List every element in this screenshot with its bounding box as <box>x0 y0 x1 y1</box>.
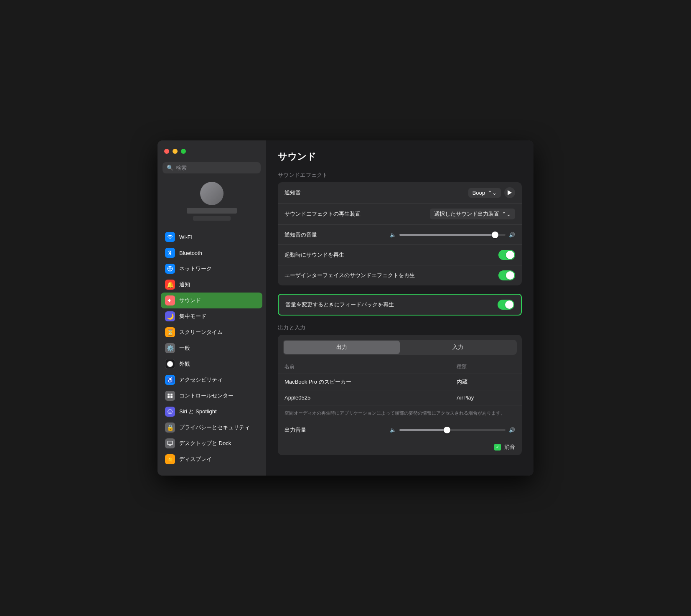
sidebar-section: Wi-Fi Bluetooth ネットワーク 🔔 通知 <box>158 227 266 469</box>
sidebar-item-label: 集中モード <box>179 313 206 320</box>
sidebar-item-label: 外観 <box>179 360 190 368</box>
col-type-header: 種類 <box>457 363 515 370</box>
svg-rect-3 <box>168 396 170 398</box>
spatial-audio-note: 空間オーディオの再生時にアプリケーションによって頭部の姿勢の情報にアクセスされる… <box>278 405 522 421</box>
sidebar-item-display[interactable]: ☀️ ディスプレイ <box>161 451 262 467</box>
sound-device-controls: 選択したサウンド出力装置 ⌃⌄ <box>430 209 515 219</box>
sound-device-select[interactable]: 選択したサウンド出力装置 ⌃⌄ <box>430 209 515 219</box>
sidebar-item-label: 一般 <box>179 344 190 352</box>
sidebar-item-control[interactable]: コントロールセンター <box>161 388 262 404</box>
control-icon <box>165 391 175 401</box>
general-icon: ⚙️ <box>165 343 175 353</box>
table-row[interactable]: Apple0525 AirPlay <box>278 390 522 405</box>
svg-rect-1 <box>168 394 170 396</box>
mute-checkbox[interactable]: ✓ <box>494 444 501 451</box>
sidebar-item-label: Bluetooth <box>179 250 202 256</box>
sound-effects-header: サウンドエフェクト <box>278 171 522 179</box>
output-volume-thumb[interactable] <box>444 427 450 433</box>
alert-volume-track[interactable] <box>399 234 506 236</box>
sidebar-item-notification[interactable]: 🔔 通知 <box>161 277 262 293</box>
titlebar <box>158 140 266 162</box>
sidebar-item-label: Siri と Spotlight <box>179 408 217 415</box>
play-button[interactable] <box>504 187 515 198</box>
close-button[interactable] <box>164 149 169 154</box>
tab-input[interactable]: 入力 <box>400 341 516 354</box>
table-row[interactable]: MacBook Pro のスピーカー 内蔵 <box>278 374 522 390</box>
sound-icon <box>165 295 175 305</box>
output-volume-low-icon: 🔈 <box>390 427 396 433</box>
play-on-boot-toggle[interactable] <box>498 250 515 260</box>
avatar <box>200 182 224 205</box>
sidebar-item-label: ネットワーク <box>179 265 212 272</box>
alert-volume-slider-container: 🔈 🔊 <box>390 232 515 238</box>
privacy-icon: 🔒 <box>165 423 175 433</box>
sidebar-item-label: デスクトップと Dock <box>179 440 231 447</box>
device-type-2: AirPlay <box>457 395 515 401</box>
sidebar-item-desktop[interactable]: デスクトップと Dock <box>161 435 262 451</box>
device-type-1: 内蔵 <box>457 378 515 386</box>
tab-output[interactable]: 出力 <box>284 341 400 354</box>
play-ui-effects-toggle[interactable] <box>498 270 515 280</box>
maximize-button[interactable] <box>181 149 186 154</box>
sidebar-item-appearance[interactable]: 外観 <box>161 356 262 372</box>
sidebar-item-label: 通知 <box>179 281 190 288</box>
sidebar-item-label: スクリーンタイム <box>179 328 223 336</box>
user-profile[interactable] <box>158 178 266 227</box>
sidebar-item-privacy[interactable]: 🔒 プライバシーとセキュリティ <box>161 420 262 435</box>
output-table-header: 名前 種類 <box>278 360 522 374</box>
sidebar-item-siri[interactable]: Siri と Spotlight <box>161 404 262 420</box>
search-icon: 🔍 <box>167 165 173 171</box>
user-name <box>187 208 237 214</box>
sidebar-item-bluetooth[interactable]: Bluetooth <box>161 245 262 261</box>
bluetooth-icon <box>165 248 175 258</box>
notification-sound-select[interactable]: Boop ⌃⌄ <box>468 188 501 198</box>
output-volume-fill <box>399 429 447 431</box>
output-volume-label: 出力音量 <box>285 426 306 434</box>
sidebar-item-focus[interactable]: 🌙 集中モード <box>161 308 262 324</box>
play-feedback-toggle[interactable] <box>498 300 514 310</box>
sound-device-label: サウンドエフェクトの再生装置 <box>285 210 361 218</box>
play-feedback-label: 音量を変更するときにフィードバックを再生 <box>285 301 394 308</box>
output-input-header: 出力と入力 <box>278 324 522 331</box>
svg-rect-4 <box>170 396 173 398</box>
notification-sound-controls: Boop ⌃⌄ <box>468 187 515 198</box>
minimize-button[interactable] <box>173 149 178 154</box>
search-input[interactable] <box>176 165 257 171</box>
mute-label: 消音 <box>504 443 515 451</box>
output-volume-slider-container: 🔈 🔊 <box>390 427 515 433</box>
screentime-icon: ⏳ <box>165 327 175 337</box>
output-input-group: 出力 入力 名前 種類 MacBook Pro のスピーカー 内蔵 Apple0… <box>278 335 522 455</box>
sidebar-item-wifi[interactable]: Wi-Fi <box>161 229 262 245</box>
tab-bar-wrapper: 出力 入力 <box>278 335 522 355</box>
play-ui-effects-row: ユーザインターフェイスのサウンドエフェクトを再生 <box>278 265 522 285</box>
output-volume-row: 出力音量 🔈 🔊 <box>278 421 522 439</box>
desktop-icon <box>165 438 175 448</box>
alert-volume-thumb[interactable] <box>492 232 498 238</box>
chevron-updown-icon: ⌃⌄ <box>488 190 497 196</box>
network-icon <box>165 264 175 274</box>
device-name-1: MacBook Pro のスピーカー <box>285 378 457 386</box>
sound-device-row: サウンドエフェクトの再生装置 選択したサウンド出力装置 ⌃⌄ <box>278 204 522 225</box>
output-volume-high-icon: 🔊 <box>509 427 515 433</box>
appearance-icon <box>165 359 175 369</box>
siri-icon <box>165 407 175 417</box>
sidebar-item-label: ディスプレイ <box>179 456 212 463</box>
sidebar-item-general[interactable]: ⚙️ 一般 <box>161 340 262 356</box>
output-volume-track[interactable] <box>399 429 506 431</box>
sidebar-item-label: プライバシーとセキュリティ <box>179 424 250 431</box>
sidebar-item-sound[interactable]: サウンド <box>161 293 262 308</box>
volume-low-icon: 🔈 <box>390 232 396 238</box>
sidebar-item-screentime[interactable]: ⏳ スクリーンタイム <box>161 324 262 340</box>
notification-sound-row: 通知音 Boop ⌃⌄ <box>278 182 522 204</box>
display-icon: ☀️ <box>165 454 175 464</box>
output-input-tab-bar: 出力 入力 <box>283 340 517 355</box>
sidebar-item-label: Wi-Fi <box>179 234 192 240</box>
sidebar-item-network[interactable]: ネットワーク <box>161 261 262 277</box>
search-bar[interactable]: 🔍 <box>163 162 261 173</box>
sidebar-item-accessibility[interactable]: ♿ アクセシビリティ <box>161 372 262 388</box>
play-ui-effects-label: ユーザインターフェイスのサウンドエフェクトを再生 <box>285 272 415 279</box>
alert-volume-fill <box>399 234 495 236</box>
sidebar: 🔍 Wi-Fi Bluetooth <box>158 140 266 476</box>
alert-volume-label: 通知音の音量 <box>285 231 317 239</box>
main-content: サウンド サウンドエフェクト 通知音 Boop ⌃⌄ サウンドエフ <box>266 140 533 476</box>
